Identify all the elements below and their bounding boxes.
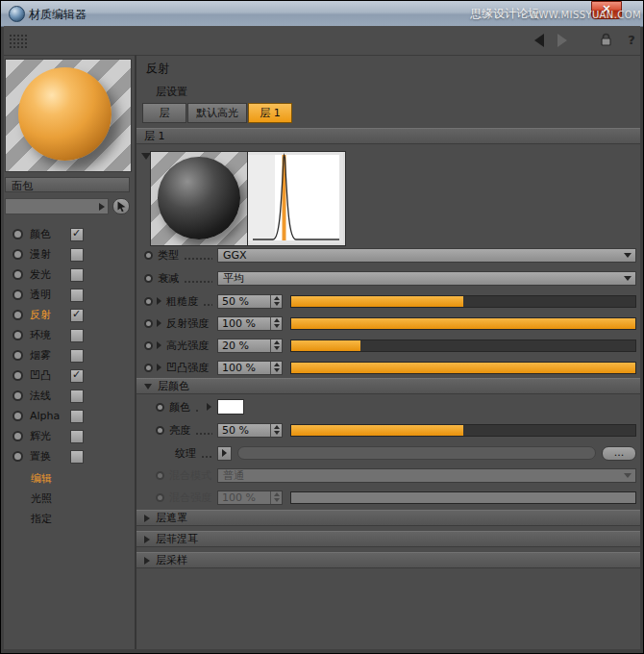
mode-item-assign[interactable]: 指定	[4, 509, 133, 529]
color-swatch[interactable]	[217, 399, 244, 415]
spinner-buttons	[270, 317, 282, 330]
spin-up-icon[interactable]	[274, 296, 280, 300]
reflection-strength-spinner[interactable]: 100 %	[217, 316, 283, 331]
mode-item-illumination[interactable]: 光照	[4, 489, 133, 509]
spin-down-icon[interactable]	[274, 302, 280, 306]
layer-color-section-bar[interactable]: 层颜色	[136, 378, 640, 394]
channel-radio[interactable]	[12, 289, 23, 300]
mode-item-edit[interactable]: 编辑	[4, 468, 133, 489]
channel-checkbox[interactable]	[70, 390, 84, 403]
expand-arrow-icon[interactable]	[157, 319, 161, 327]
tab-layers[interactable]: 层	[142, 103, 186, 123]
channel-radio[interactable]	[12, 390, 23, 401]
anim-dot-icon[interactable]	[156, 403, 164, 412]
spin-down-icon[interactable]	[274, 324, 280, 328]
channel-radio[interactable]	[12, 310, 23, 320]
channel-row-environment[interactable]: 环境	[4, 325, 133, 345]
pick-material-button[interactable]	[112, 198, 130, 214]
expand-arrow-icon[interactable]	[157, 364, 161, 371]
anim-dot-icon[interactable]	[144, 319, 153, 328]
spin-down-icon[interactable]	[274, 346, 280, 350]
channel-checkbox[interactable]	[70, 248, 84, 262]
brdf-curve-preview[interactable]	[247, 151, 346, 246]
texture-field[interactable]	[237, 446, 596, 460]
attenuation-dropdown[interactable]: 平均	[217, 271, 636, 286]
channel-row-alpha[interactable]: Alpha	[4, 406, 133, 426]
roughness-spinner[interactable]: 50 %	[217, 294, 283, 309]
channel-radio[interactable]	[12, 411, 23, 421]
channel-checkbox[interactable]	[70, 349, 84, 363]
material-name-field[interactable]: 面包	[5, 177, 130, 192]
channel-row-fog[interactable]: 烟雾	[4, 345, 133, 365]
roughness-slider[interactable]	[290, 295, 636, 308]
channel-checkbox[interactable]	[70, 268, 84, 282]
specular-strength-slider[interactable]	[290, 340, 636, 352]
expand-arrow-icon[interactable]	[157, 297, 161, 305]
anim-dot-icon[interactable]	[156, 426, 164, 435]
channel-radio[interactable]	[12, 229, 23, 239]
channel-checkbox[interactable]	[70, 329, 84, 342]
specular-strength-spinner[interactable]: 20 %	[217, 339, 283, 353]
channel-row-glow[interactable]: 辉光	[4, 426, 133, 446]
channel-row-color[interactable]: 颜色	[4, 224, 133, 244]
spin-down-icon[interactable]	[274, 368, 280, 372]
layer-preview-sphere[interactable]	[150, 151, 248, 246]
channel-label: 反射	[30, 308, 70, 322]
reflection-strength-slider[interactable]	[290, 317, 636, 330]
texture-browse-button[interactable]: ...	[602, 446, 636, 461]
forward-arrow-icon[interactable]	[557, 34, 567, 47]
spin-up-icon[interactable]	[274, 318, 280, 322]
spin-up-icon[interactable]	[274, 363, 280, 366]
channel-checkbox[interactable]	[70, 369, 84, 383]
bump-strength-spinner[interactable]: 100 %	[217, 361, 283, 375]
tab-default-specular[interactable]: 默认高光	[187, 103, 247, 123]
channel-row-bump[interactable]: 凹凸	[4, 365, 133, 386]
layer-sampling-section-bar[interactable]: 层采样	[136, 552, 640, 568]
spin-up-icon[interactable]	[274, 340, 280, 344]
channel-row-transparency[interactable]: 透明	[4, 285, 133, 305]
back-arrow-icon[interactable]	[534, 34, 544, 47]
channel-checkbox[interactable]	[70, 309, 84, 322]
channel-row-luminance[interactable]: 发光	[4, 264, 133, 285]
expand-arrow-icon[interactable]	[207, 403, 211, 411]
tab-layer-1[interactable]: 层 1	[248, 103, 292, 123]
channel-radio[interactable]	[12, 370, 23, 381]
channel-checkbox[interactable]	[70, 289, 84, 302]
anim-dot-icon[interactable]	[144, 274, 153, 283]
channel-row-diffusion[interactable]: 漫射	[4, 244, 133, 264]
channel-radio[interactable]	[12, 330, 23, 340]
type-dropdown[interactable]: GGX	[217, 248, 636, 263]
drag-grip-icon[interactable]	[9, 34, 28, 48]
channel-row-reflectance[interactable]: 反射	[4, 305, 133, 325]
spin-down-icon[interactable]	[274, 431, 280, 435]
channel-row-normal[interactable]: 法线	[4, 386, 133, 406]
brightness-slider[interactable]	[290, 424, 636, 437]
anim-dot-icon[interactable]	[144, 364, 153, 372]
spin-up-icon[interactable]	[274, 425, 280, 429]
layer-fresnel-section-bar[interactable]: 层菲涅耳	[136, 531, 640, 547]
channel-label: 法线	[30, 389, 70, 403]
channel-checkbox[interactable]	[70, 228, 84, 241]
expand-arrow-icon[interactable]	[157, 341, 161, 349]
anim-dot-icon[interactable]	[144, 297, 153, 306]
channel-radio[interactable]	[12, 350, 23, 361]
texture-menu-button[interactable]	[217, 446, 232, 461]
bump-strength-slider[interactable]	[290, 362, 636, 374]
anim-dot-icon[interactable]	[144, 341, 153, 350]
material-select[interactable]	[5, 198, 109, 214]
layer-mask-section-bar[interactable]: 层遮罩	[136, 510, 640, 526]
brightness-spinner[interactable]: 50 %	[217, 423, 283, 438]
channel-radio[interactable]	[12, 269, 23, 280]
lock-icon[interactable]	[600, 33, 612, 50]
channel-checkbox[interactable]	[70, 410, 84, 423]
channel-radio[interactable]	[12, 431, 23, 441]
channel-row-displacement[interactable]: 置换	[4, 446, 133, 466]
help-icon[interactable]: ?	[625, 33, 638, 47]
material-preview[interactable]	[5, 59, 132, 172]
channel-radio[interactable]	[12, 451, 23, 462]
channel-checkbox[interactable]	[70, 430, 84, 443]
channel-radio[interactable]	[12, 249, 23, 260]
channel-checkbox[interactable]	[70, 450, 84, 464]
anim-dot-icon[interactable]	[144, 251, 153, 260]
layer-1-section-bar[interactable]: 层 1	[136, 128, 640, 144]
